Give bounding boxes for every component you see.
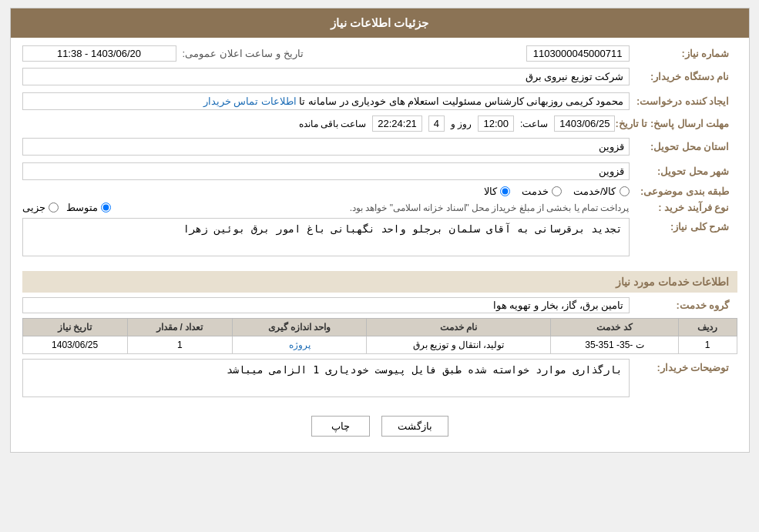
province-value: قزوین	[22, 138, 630, 156]
category-label: طبقه بندی موضوعی:	[630, 186, 737, 197]
deadline-time: 12:00	[478, 115, 514, 132]
category-label-khedmat: خدمت	[522, 186, 549, 197]
page-wrapper: جزئیات اطلاعات نیاز شماره نیاز: 11030000…	[10, 8, 750, 453]
buyer-notes-content	[22, 359, 630, 404]
category-label-kala: کالا	[484, 186, 497, 197]
category-group: کالا/خدمت خدمت کالا	[484, 186, 630, 197]
process-label-motawaset: متوسط	[66, 202, 98, 213]
process-note: پرداخت تمام یا بخشی از مبلغ خریداز محل "…	[119, 202, 630, 213]
services-table-body: 1 ت -35- 351-35 تولید، انتقال و توزیع بر…	[22, 336, 737, 354]
deadline-date: 1403/06/25	[554, 115, 615, 132]
group-service-row: گروه خدمت: تامین برق، گاز، بخار و تهویه …	[22, 297, 737, 313]
description-row: شرح کلی نیاز:	[22, 218, 737, 263]
city-row: شهر محل تحویل: قزوین	[22, 161, 737, 181]
city-value: قزوین	[22, 162, 630, 180]
creator-row: ایجاد کننده درخواست: محمود کریمی روزبهان…	[22, 91, 737, 111]
col-date: تاریخ نیاز	[22, 319, 127, 336]
col-row-num: ردیف	[678, 319, 737, 336]
cell-date: 1403/06/25	[22, 336, 127, 354]
process-radio-jozee[interactable]	[49, 202, 59, 212]
creator-label: ایجاد کننده درخواست:	[630, 95, 737, 107]
page-title: جزئیات اطلاعات نیاز	[11, 8, 749, 38]
deadline-row: مهلت ارسال پاسخ: تا تاریخ: 1403/06/25 سا…	[22, 115, 737, 132]
table-row: 1 ت -35- 351-35 تولید، انتقال و توزیع بر…	[22, 336, 737, 354]
deadline-fields: 1403/06/25 ساعت: 12:00 روز و 4 22:24:21 …	[22, 115, 616, 132]
creator-value: محمود کریمی روزبهانی کارشناس مسئولیت است…	[22, 92, 630, 110]
services-section-header: اطلاعات خدمات مورد نیاز	[22, 271, 737, 293]
creator-name: محمود کریمی روزبهانی کارشناس مسئولیت است…	[299, 95, 623, 107]
col-service-code: کد خدمت	[551, 319, 678, 336]
back-button[interactable]: بازگشت	[381, 416, 448, 437]
category-item-kala[interactable]: کالا	[484, 186, 510, 197]
services-table-header-row: ردیف کد خدمت نام خدمت واحد اندازه گیری ت…	[22, 319, 737, 336]
category-label-kala-khedmat: کالا/خدمت	[573, 186, 616, 197]
col-unit: واحد اندازه گیری	[232, 319, 366, 336]
request-number-value: 1103000045000711	[526, 45, 630, 62]
deadline-days-label: روز و	[451, 119, 472, 129]
deadline-remaining-label: ساعت باقی مانده	[299, 119, 367, 129]
deadline-time-label: ساعت:	[520, 119, 548, 129]
category-row: طبقه بندی موضوعی: کالا/خدمت خدمت کالا	[22, 186, 737, 197]
buyer-label: نام دستگاه خریدار:	[630, 71, 737, 82]
deadline-remaining: 22:24:21	[372, 115, 422, 132]
cell-service-code: ت -35- 351-35	[551, 336, 678, 354]
buttons-row: بازگشت چاپ	[22, 416, 737, 437]
process-row: نوع فرآیند خرید : پرداخت تمام یا بخشی از…	[22, 202, 737, 213]
group-service-label: گروه خدمت:	[630, 299, 737, 311]
process-options: پرداخت تمام یا بخشی از مبلغ خریداز محل "…	[22, 202, 630, 213]
category-radio-kala-khedmat[interactable]	[620, 186, 630, 196]
buyer-notes-textarea[interactable]	[22, 359, 630, 397]
col-service-name: نام خدمت	[367, 319, 551, 336]
deadline-label: مهلت ارسال پاسخ: تا تاریخ:	[615, 118, 737, 129]
buyer-notes-row: توضیحات خریدار:	[22, 359, 737, 404]
category-item-khedmat[interactable]: خدمت	[522, 186, 562, 197]
description-textarea[interactable]	[22, 218, 630, 256]
buyer-row: نام دستگاه خریدار: شرکت توزیع نیروی برق	[22, 66, 737, 86]
request-number-row: شماره نیاز: 1103000045000711 تاریخ و ساع…	[22, 45, 737, 62]
cell-unit: پروژه	[232, 336, 366, 354]
content-area: شماره نیاز: 1103000045000711 تاریخ و ساع…	[11, 38, 749, 452]
col-quantity: تعداد / مقدار	[127, 319, 232, 336]
cell-row-num: 1	[678, 336, 737, 354]
services-table-head: ردیف کد خدمت نام خدمت واحد اندازه گیری ت…	[22, 319, 737, 336]
cell-quantity: 1	[127, 336, 232, 354]
province-label: استان محل تحویل:	[630, 141, 737, 152]
print-button[interactable]: چاپ	[311, 416, 370, 437]
process-label: نوع فرآیند خرید :	[630, 202, 737, 213]
category-radio-kala[interactable]	[500, 186, 510, 196]
creator-contact-link[interactable]: اطلاعات تماس خریدار	[203, 95, 297, 107]
process-radio-motawaset[interactable]	[101, 202, 111, 212]
group-service-value: تامین برق، گاز، بخار و تهویه هوا	[22, 297, 630, 313]
process-label-jozee: جزیی	[22, 202, 45, 213]
announce-value: 1403/06/20 - 11:38	[22, 45, 176, 62]
city-label: شهر محل تحویل:	[630, 166, 737, 177]
buyer-value: شرکت توزیع نیروی برق	[22, 68, 630, 85]
description-label: شرح کلی نیاز:	[630, 218, 737, 233]
category-item-kala-khedmat[interactable]: کالا/خدمت	[573, 186, 630, 197]
process-item-motawaset[interactable]: متوسط	[66, 202, 111, 213]
services-table: ردیف کد خدمت نام خدمت واحد اندازه گیری ت…	[22, 318, 737, 354]
cell-service-name: تولید، انتقال و توزیع برق	[367, 336, 551, 354]
process-item-jozee[interactable]: جزیی	[22, 202, 59, 213]
province-row: استان محل تحویل: قزوین	[22, 136, 737, 156]
buyer-notes-label: توضیحات خریدار:	[630, 359, 737, 373]
category-radio-khedmat[interactable]	[552, 186, 562, 196]
request-number-label: شماره نیاز:	[630, 48, 737, 59]
description-content	[22, 218, 630, 263]
deadline-days: 4	[428, 115, 445, 132]
announce-label: تاریخ و ساعت اعلان عمومی:	[176, 48, 311, 59]
